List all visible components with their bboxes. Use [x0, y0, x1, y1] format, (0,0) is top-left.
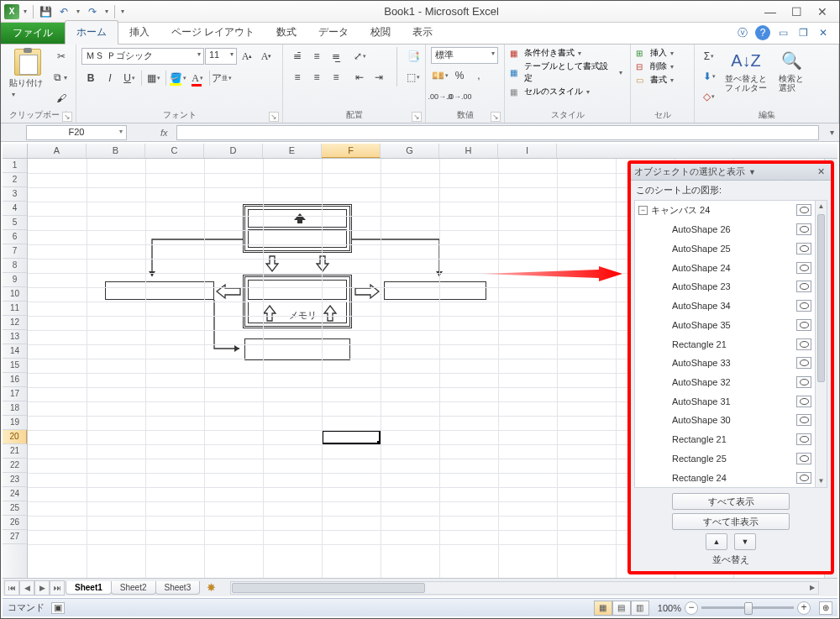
align-center-button[interactable]: ≡	[307, 68, 326, 87]
zoom-fit-button[interactable]: ⊕	[819, 601, 832, 615]
col-header-I[interactable]: I	[498, 144, 557, 158]
conditional-format-button[interactable]: ▦条件付き書式▾	[510, 47, 584, 59]
insert-cells-button[interactable]: ⊞挿入▾	[636, 47, 676, 59]
align-bottom-button[interactable]: ≡̲	[327, 47, 345, 66]
number-dialog[interactable]: ↘	[491, 112, 501, 122]
tree-item[interactable]: AutoShape 30	[635, 411, 815, 430]
visibility-toggle[interactable]	[796, 281, 811, 292]
tree-item[interactable]: AutoShape 26	[635, 220, 815, 239]
tree-item[interactable]: Rectangle 24	[635, 468, 815, 487]
row-header-17[interactable]: 17	[3, 387, 27, 401]
visibility-toggle[interactable]	[796, 396, 811, 407]
tree-item[interactable]: AutoShape 23	[635, 277, 815, 296]
visibility-toggle[interactable]	[796, 204, 811, 216]
row-header-25[interactable]: 25	[3, 501, 27, 516]
tab-home[interactable]: ホーム	[65, 20, 118, 45]
col-header-H[interactable]: H	[439, 144, 498, 158]
sheet-nav-last[interactable]: ⏭	[50, 580, 65, 595]
decrease-indent-button[interactable]: ⇤	[350, 68, 369, 87]
fill-color-button[interactable]: 🪣	[169, 69, 187, 87]
visibility-toggle[interactable]	[796, 338, 811, 350]
ribbon-opts[interactable]: ▭	[775, 25, 790, 40]
tab-data[interactable]: データ	[307, 21, 360, 44]
minimize-button[interactable]: —	[764, 5, 776, 18]
grow-font-button[interactable]: A▴	[238, 47, 256, 66]
row-header-8[interactable]: 8	[3, 259, 27, 273]
tab-page-layout[interactable]: ページ レイアウト	[160, 21, 265, 44]
fill-button[interactable]: ⬇	[700, 67, 718, 86]
tree-item[interactable]: Rectangle 21	[635, 334, 815, 354]
percent-button[interactable]: %	[450, 66, 469, 85]
view-page-layout-button[interactable]: ▤	[612, 601, 631, 616]
close-button[interactable]: ✕	[817, 5, 827, 18]
bold-button[interactable]: B	[81, 69, 100, 87]
zoom-slider[interactable]	[701, 606, 794, 609]
tab-formulas[interactable]: 数式	[265, 21, 307, 44]
hscroll[interactable]: ◀ ▶	[230, 581, 819, 595]
merge-button[interactable]: ⬚	[402, 68, 424, 87]
font-name-combo[interactable]: ＭＳ Ｐゴシック	[81, 48, 204, 65]
mdi-restore[interactable]: ❐	[795, 25, 811, 40]
font-dialog[interactable]: ↘	[269, 112, 279, 122]
selection-pane-menu[interactable]: ▼	[745, 168, 759, 176]
qat-customize[interactable]: ▾	[118, 8, 127, 15]
tree-item[interactable]: AutoShape 24	[635, 258, 815, 277]
align-middle-button[interactable]: ≡	[307, 47, 326, 66]
phonetic-button[interactable]: ア亜	[213, 69, 231, 87]
active-cell[interactable]	[322, 430, 381, 444]
row-header-9[interactable]: 9	[3, 273, 27, 287]
col-header-G[interactable]: G	[381, 144, 439, 158]
visibility-toggle[interactable]	[796, 357, 811, 369]
row-header-15[interactable]: 15	[3, 359, 27, 373]
show-all-button[interactable]: すべて表示	[672, 493, 790, 510]
tree-item[interactable]: AutoShape 32	[635, 373, 815, 392]
undo-button[interactable]: ↶	[55, 3, 72, 20]
accounting-button[interactable]: 💴	[431, 66, 449, 85]
macro-record-button[interactable]: ▣	[51, 602, 65, 614]
row-header-20[interactable]: 20	[3, 430, 27, 444]
increase-indent-button[interactable]: ⇥	[370, 68, 388, 87]
find-select-button[interactable]: 🔍 検索と 選択	[774, 47, 809, 94]
row-header-2[interactable]: 2	[3, 173, 27, 187]
align-left-button[interactable]: ≡	[288, 68, 307, 87]
row-header-5[interactable]: 5	[3, 216, 27, 230]
col-header-D[interactable]: D	[204, 144, 263, 158]
format-as-table-button[interactable]: ▦テーブルとして書式設定▾	[510, 60, 625, 84]
row-header-6[interactable]: 6	[3, 230, 27, 244]
wrap-text-button[interactable]: 📑	[402, 47, 424, 66]
underline-button[interactable]: U	[120, 69, 139, 87]
visibility-toggle[interactable]	[796, 319, 811, 331]
row-header-12[interactable]: 12	[3, 316, 27, 330]
row-header-23[interactable]: 23	[3, 473, 27, 487]
tab-view[interactable]: 表示	[402, 21, 444, 44]
format-painter-button[interactable]: 🖌	[52, 89, 71, 108]
decrease-decimal-button[interactable]: .0→.00	[450, 87, 469, 106]
maximize-button[interactable]: ☐	[791, 5, 802, 18]
save-button[interactable]: 💾	[37, 3, 54, 20]
tree-item[interactable]: Rectangle 25	[635, 449, 815, 469]
col-header-F[interactable]: F	[322, 144, 381, 158]
app-icon[interactable]: X	[4, 4, 19, 19]
tree-item[interactable]: Rectangle 21	[635, 430, 815, 449]
expand-formula-bar[interactable]: ▾	[824, 125, 839, 140]
col-header-C[interactable]: C	[145, 144, 204, 158]
view-page-break-button[interactable]: ▥	[631, 601, 649, 616]
move-up-button[interactable]: ▲	[706, 533, 727, 550]
row-header-18[interactable]: 18	[3, 401, 27, 416]
selection-pane-close[interactable]: ✕	[815, 166, 827, 177]
sheet-tab-2[interactable]: Sheet2	[111, 581, 156, 595]
comma-button[interactable]: ,	[470, 66, 488, 85]
row-header-10[interactable]: 10	[3, 287, 27, 302]
clipboard-dialog[interactable]: ↘	[62, 112, 72, 122]
sheet-tab-3[interactable]: Sheet3	[155, 581, 201, 595]
row-header-16[interactable]: 16	[3, 373, 27, 387]
formula-input[interactable]	[176, 125, 819, 140]
shape-bottom[interactable]	[244, 338, 350, 360]
row-header-4[interactable]: 4	[3, 202, 27, 216]
help-button[interactable]: ?	[755, 25, 770, 40]
visibility-toggle[interactable]	[796, 262, 811, 274]
visibility-toggle[interactable]	[796, 453, 811, 464]
font-color-button[interactable]: A	[188, 69, 207, 87]
align-top-button[interactable]: ≡̄	[288, 47, 307, 66]
sheet-nav-first[interactable]: ⏮	[4, 580, 19, 595]
